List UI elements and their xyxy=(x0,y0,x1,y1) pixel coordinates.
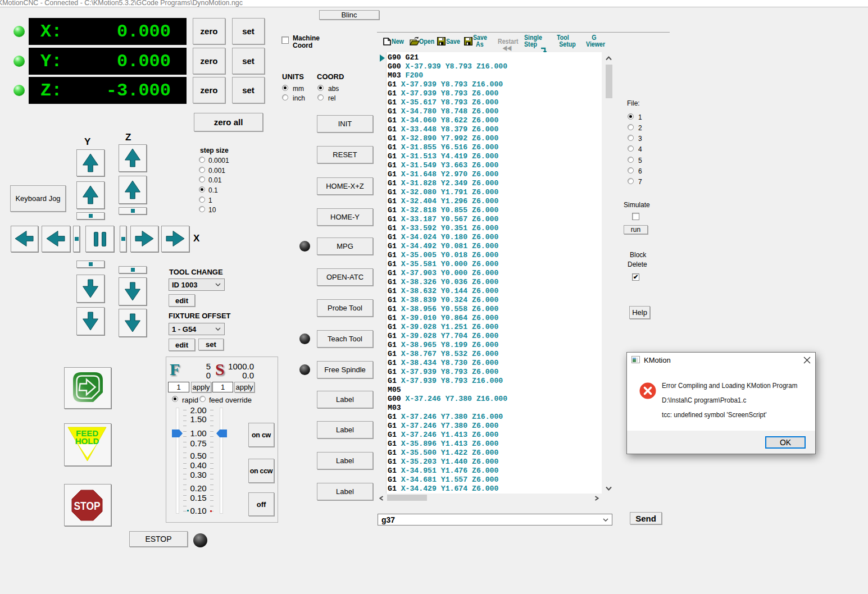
svg-text:HOLD: HOLD xyxy=(75,436,99,446)
svg-text:STOP: STOP xyxy=(74,499,101,512)
